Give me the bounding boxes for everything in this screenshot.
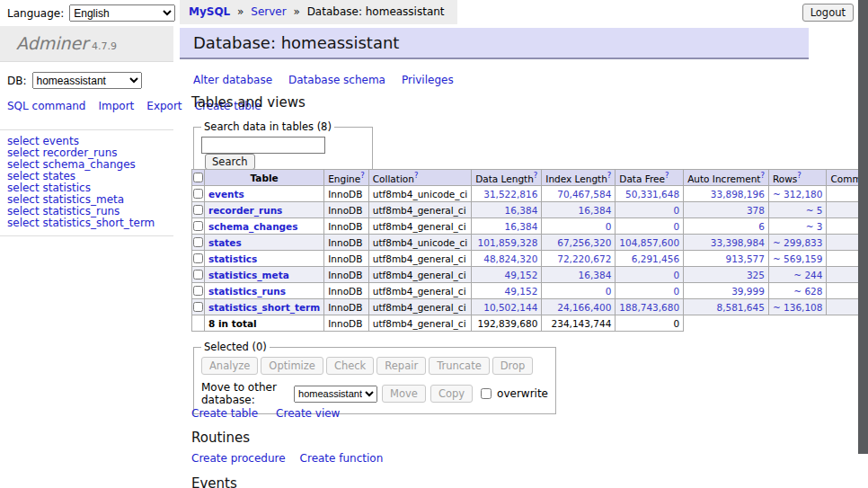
create-function-link[interactable]: Create function [300,452,384,465]
row-checkbox[interactable] [193,270,203,279]
sidebar-item-statistics_short_term[interactable]: select statistics_short_term [7,217,155,229]
col-header-table: Table [205,170,324,186]
auto-increment-cell: 33,398,984 [684,235,769,251]
truncate-button[interactable]: Truncate [429,357,490,375]
sidebar-link-import[interactable]: Import [98,100,134,112]
breadcrumb-mysql-link[interactable]: MySQL [189,5,230,18]
create-procedure-link[interactable]: Create procedure [191,452,286,465]
data-length-cell: 49,152 [472,283,542,299]
engine-cell: InnoDB [324,267,369,283]
auto-increment-cell: 39,999 [684,283,769,299]
database-schema-link[interactable]: Database schema [288,74,385,86]
col-header-data-length: Data Length? [472,170,542,186]
create-table-link[interactable]: Create table [191,407,258,420]
collation-cell: utf8mb4_general_ci [368,202,471,218]
search-input[interactable] [201,137,325,154]
drop-button[interactable]: Drop [492,357,534,375]
index-length-cell: 16,384 [542,267,616,283]
table-row: recorder_runsInnoDButf8mb4_general_ci16,… [192,202,868,218]
sidebar-link-export[interactable]: Export [146,100,182,112]
help-link[interactable]: ? [665,171,669,180]
language-select[interactable]: English [69,4,175,22]
search-legend: Search data in tables (8) [201,120,334,133]
overwrite-label[interactable]: overwrite [497,387,548,400]
search-button[interactable]: Search [205,154,255,170]
empty-cell [768,315,827,332]
table-link-recorder_runs[interactable]: recorder_runs [208,205,282,216]
collation-cell: utf8mb4_general_ci [368,267,471,283]
total-index-length-cell: 234,143,744 [542,315,616,332]
overwrite-checkbox[interactable] [481,388,492,399]
collation-cell: utf8mb4_general_ci [368,299,471,315]
copy-button[interactable]: Copy [430,385,473,403]
row-checkbox[interactable] [193,189,203,199]
sidebar-link-sql-command[interactable]: SQL command [7,100,85,112]
table-link-statistics_short_term[interactable]: statistics_short_term [208,302,320,313]
data-free-cell: 0 [616,267,684,283]
sidebar-menu-links: SQL commandImportExportCreate table [7,99,167,113]
data-free-cell: 0 [616,202,684,218]
engine-cell: InnoDB [324,283,369,299]
row-checkbox[interactable] [193,221,203,231]
help-link[interactable]: ? [607,171,612,180]
breadcrumb: MySQL » Server » Database: homeassistant [180,0,457,24]
auto-increment-cell: 913,577 [684,251,769,267]
table-row: schema_changesInnoDButf8mb4_general_ci16… [192,218,868,235]
row-checkbox-cell [192,218,205,235]
row-checkbox[interactable] [193,302,203,312]
data-length-cell: 101,859,328 [472,235,542,251]
table-link-statistics[interactable]: statistics [208,253,257,264]
col-header-label: Rows [773,173,797,184]
tables-heading: Tables and views [191,94,306,111]
repair-button[interactable]: Repair [376,357,426,375]
data-length-cell: 16,384 [472,202,542,218]
page-title: Database: homeassistant [180,28,809,58]
analyze-button[interactable]: Analyze [201,357,258,375]
data-free-cell: 50,331,648 [616,186,684,202]
logout-button[interactable]: Logout [802,4,854,22]
auto-increment-cell: 325 [684,267,769,283]
breadcrumb-server-link[interactable]: Server [251,5,286,18]
create-view-link[interactable]: Create view [276,407,340,420]
select-all-header-cell [192,170,205,186]
tables-overview-table: TableEngine?Collation?Data Length?Index … [191,169,868,332]
table-total-row: 8 in totalInnoDButf8mb4_general_ci192,83… [192,315,868,332]
total-data-length-cell: 192,839,680 [472,315,542,332]
table-link-statistics_meta[interactable]: statistics_meta [208,270,289,280]
language-row: Language: English [7,4,175,22]
total-check-cell [192,315,205,332]
help-link[interactable]: ? [760,171,765,180]
selected-action-buttons: AnalyzeOptimizeCheckRepairTruncateDrop [201,357,548,375]
index-length-cell: 24,166,400 [542,299,616,315]
breadcrumb-current: Database: homeassistant [307,5,445,18]
db-select[interactable]: homeassistant [32,72,142,89]
table-row: statistics_runsInnoDButf8mb4_general_ci4… [192,283,868,299]
adminer-version[interactable]: 4.7.9 [92,40,117,52]
col-header-label: Data Length [475,173,534,184]
optimize-button[interactable]: Optimize [261,357,323,375]
index-length-cell: 67,256,320 [542,235,616,251]
table-link-events[interactable]: events [208,189,244,200]
breadcrumb-separator: » [293,5,299,18]
scrollbar-track[interactable] [858,0,868,488]
help-link[interactable]: ? [360,171,365,180]
help-link[interactable]: ? [414,171,419,180]
select-all-checkbox[interactable] [193,173,203,182]
row-checkbox[interactable] [193,253,203,263]
privileges-link[interactable]: Privileges [402,74,454,86]
row-checkbox[interactable] [193,286,203,296]
help-link[interactable]: ? [534,171,538,180]
alter-database-link[interactable]: Alter database [193,74,272,86]
row-checkbox[interactable] [193,205,203,215]
move-db-select[interactable]: homeassistant [294,386,377,403]
check-button[interactable]: Check [326,357,374,375]
row-checkbox[interactable] [193,237,203,247]
collation-cell: utf8mb4_general_ci [368,218,471,235]
help-link[interactable]: ? [797,171,802,180]
table-link-schema_changes[interactable]: schema_changes [208,221,298,232]
table-link-states[interactable]: states [208,237,242,248]
scrollbar-thumb[interactable] [858,0,868,454]
move-button[interactable]: Move [382,385,426,403]
adminer-logo-text[interactable]: Adminer [16,33,88,53]
table-link-statistics_runs[interactable]: statistics_runs [208,286,286,297]
